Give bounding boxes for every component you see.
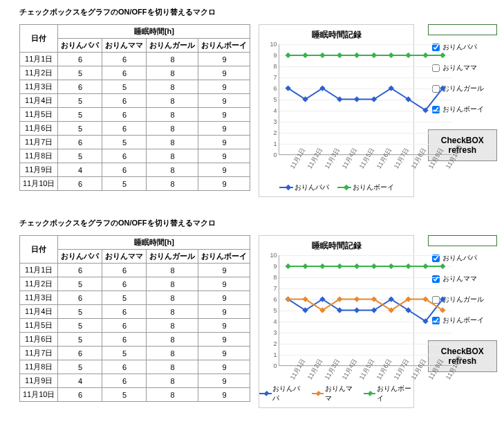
y-tick: 0 <box>265 151 277 158</box>
table-row: 11月1日6689 <box>20 264 250 277</box>
col-1: おりんママ <box>102 250 147 264</box>
section-title: チェックボックスをグラフのON/OFFを切り替えるマクロ <box>19 7 497 17</box>
y-tick: 2 <box>265 129 277 136</box>
legend-item: おりんママ <box>312 384 355 403</box>
table-row: 11月8日5689 <box>20 149 250 163</box>
legend-item: おりんボーイ <box>364 384 413 403</box>
chart-1: 睡眠時間記録01234567891011月1日11月2日11月3日11月4日11… <box>259 235 413 408</box>
y-tick: 3 <box>265 118 277 125</box>
col-3: おりんボーイ <box>198 39 250 53</box>
table-row: 11月3日6589 <box>20 80 250 94</box>
table-row: 11月9日4689 <box>20 374 250 388</box>
table-row: 11月4日5689 <box>20 94 250 108</box>
y-tick: 9 <box>265 263 277 270</box>
data-table: 日付睡眠時間[h]おりんパパおりんママおりんガールおりんボーイ11月1日6689… <box>19 24 250 191</box>
y-tick: 7 <box>265 285 277 292</box>
series-marker <box>423 53 429 58</box>
y-tick: 6 <box>265 296 277 303</box>
legend-item: おりんパパ <box>279 183 329 192</box>
series-marker <box>303 264 308 269</box>
y-tick: 6 <box>265 85 277 92</box>
y-tick: 1 <box>265 351 277 358</box>
y-tick: 4 <box>265 107 277 114</box>
chart-legend: おりんパパおりんママおりんボーイ <box>259 384 413 403</box>
series-marker <box>389 264 394 269</box>
y-tick: 7 <box>265 74 277 81</box>
table-row: 11月2日5689 <box>20 277 250 291</box>
col-group: 睡眠時間[h] <box>58 25 250 39</box>
table-row: 11月10日6589 <box>20 177 250 191</box>
series-marker <box>440 53 446 58</box>
chart-title: 睡眠時間記録 <box>259 25 413 41</box>
section-0: チェックボックスをグラフのON/OFFを切り替えるマクロ日付睡眠時間[h]おりん… <box>7 7 497 197</box>
table-row: 11月1日6689 <box>20 53 250 66</box>
series-marker <box>371 264 377 269</box>
series-marker <box>337 264 343 269</box>
series-marker <box>371 53 377 58</box>
y-tick: 0 <box>265 362 277 369</box>
table-row: 11月7日6589 <box>20 347 250 360</box>
series-marker <box>406 53 411 58</box>
table-row: 11月10日6589 <box>20 388 250 402</box>
table-row: 11月5日5689 <box>20 108 250 122</box>
table-row: 11月2日5689 <box>20 66 250 80</box>
series-marker <box>354 264 360 269</box>
section-title: チェックボックスをグラフのON/OFFを切り替えるマクロ <box>19 218 497 228</box>
legend-item: おりんパパ <box>259 384 303 403</box>
table-row: 11月6日5689 <box>20 122 250 136</box>
series-marker <box>440 264 446 269</box>
data-table: 日付睡眠時間[h]おりんパパおりんママおりんガールおりんボーイ11月1日6689… <box>19 235 250 402</box>
table-row: 11月8日5689 <box>20 360 250 374</box>
blank-cell <box>428 235 497 246</box>
series-marker <box>406 264 411 269</box>
section-1: チェックボックスをグラフのON/OFFを切り替えるマクロ日付睡眠時間[h]おりん… <box>7 218 497 408</box>
y-tick: 9 <box>265 52 277 59</box>
chart-legend: おりんパパおりんボーイ <box>259 183 413 192</box>
table-row: 11月6日5689 <box>20 333 250 347</box>
col-group: 睡眠時間[h] <box>58 236 250 250</box>
table-row: 11月7日6589 <box>20 136 250 149</box>
series-marker <box>354 96 360 102</box>
table-row: 11月5日5689 <box>20 319 250 333</box>
table-row: 11月9日4689 <box>20 163 250 177</box>
series-line <box>288 299 443 311</box>
table-row: 11月3日6589 <box>20 291 250 305</box>
series-marker <box>354 53 360 58</box>
y-tick: 4 <box>265 318 277 325</box>
series-marker <box>303 53 308 58</box>
table-row: 11月4日5689 <box>20 305 250 319</box>
y-tick: 5 <box>265 307 277 314</box>
col-2: おりんガール <box>147 39 198 53</box>
y-tick: 5 <box>265 96 277 103</box>
col-0: おりんパパ <box>58 39 102 53</box>
col-3: おりんボーイ <box>198 250 250 264</box>
series-marker <box>320 53 326 58</box>
series-line <box>288 89 443 111</box>
series-marker <box>423 264 429 269</box>
series-marker <box>320 264 326 269</box>
chart-0: 睡眠時間記録01234567891011月1日11月2日11月3日11月4日11… <box>259 24 413 197</box>
y-tick: 2 <box>265 340 277 347</box>
chart-title: 睡眠時間記録 <box>259 236 413 252</box>
series-marker <box>389 53 394 58</box>
col-2: おりんガール <box>147 250 198 264</box>
y-tick: 1 <box>265 140 277 147</box>
series-marker <box>354 307 360 313</box>
y-tick: 8 <box>265 274 277 281</box>
col-0: おりんパパ <box>58 250 102 264</box>
blank-cell <box>428 24 497 35</box>
y-tick: 10 <box>265 252 277 259</box>
y-tick: 8 <box>265 63 277 70</box>
col-1: おりんママ <box>102 39 147 53</box>
y-tick: 10 <box>265 41 277 48</box>
series-marker <box>286 264 291 269</box>
series-marker <box>337 53 343 58</box>
legend-item: おりんボーイ <box>337 183 394 192</box>
series-marker <box>354 296 360 302</box>
col-date: 日付 <box>20 236 58 264</box>
series-marker <box>286 53 291 58</box>
y-tick: 3 <box>265 329 277 336</box>
col-date: 日付 <box>20 25 58 53</box>
